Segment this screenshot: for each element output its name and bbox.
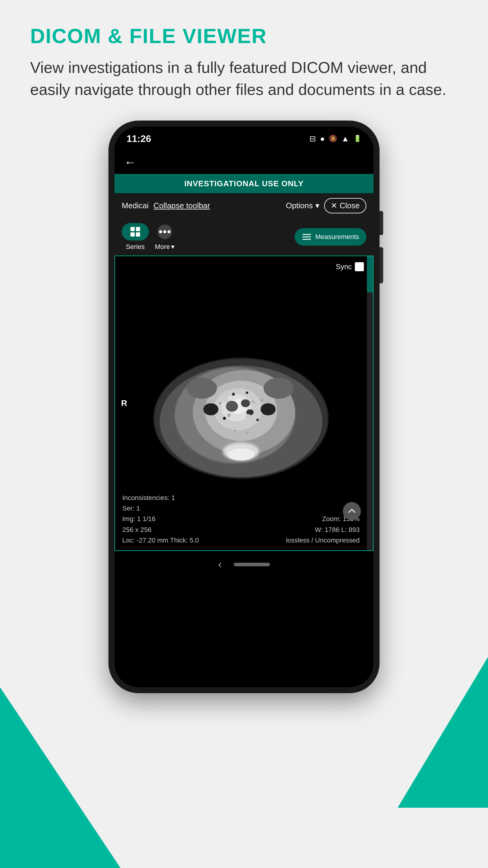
info-loc: Loc: -27.20 mm Thick: 5.0 [122, 535, 199, 546]
svg-rect-1 [136, 227, 140, 231]
more-arrow-icon: ▾ [171, 243, 174, 251]
info-inconsistencies: Inconsistencies: 1 [122, 493, 360, 503]
info-compression: lossless / Uncompressed [286, 535, 360, 546]
svg-point-27 [227, 448, 255, 461]
svg-rect-2 [130, 232, 135, 237]
info-size: 256 x 256 [122, 524, 152, 535]
mri-scan-svg [141, 304, 340, 503]
more-tool-button[interactable]: More ▾ [155, 223, 174, 251]
investigational-banner: INVESTIGATIONAL USE ONLY [115, 174, 373, 193]
svg-point-7 [167, 230, 170, 233]
back-row: ← [115, 151, 373, 174]
svg-point-39 [247, 433, 248, 434]
nav-home-indicator[interactable] [234, 563, 270, 566]
info-img-row: Img: 1 1/16 Zoom: 153% [122, 514, 360, 524]
svg-point-23 [251, 400, 255, 404]
options-button[interactable]: Options ▾ [286, 201, 319, 210]
info-series: Ser: 1 [122, 503, 360, 514]
svg-point-22 [224, 398, 228, 403]
phone-button-right2 [380, 247, 383, 283]
svg-rect-3 [136, 232, 140, 237]
wifi-icon: ▲ [341, 134, 349, 144]
toolbar-right: Options ▾ ✕ Close [286, 198, 366, 213]
svg-point-31 [261, 403, 275, 415]
toolbar-row: Medicai Collapse toolbar Options ▾ ✕ Clo… [115, 193, 373, 218]
svg-point-34 [223, 417, 226, 420]
medicai-label: Medicai [122, 201, 149, 210]
svg-point-29 [264, 378, 294, 399]
tools-row: Series More ▾ [115, 218, 373, 255]
measurements-icon [302, 232, 312, 242]
teal-decoration-right [398, 657, 488, 808]
bell-mute-icon: 🔕 [329, 135, 337, 143]
info-loc-row: Loc: -27.20 mm Thick: 5.0 lossless / Unc… [122, 535, 360, 546]
svg-point-5 [159, 230, 162, 233]
svg-point-36 [219, 402, 221, 404]
page-title: DICOM & FILE VIEWER [30, 24, 458, 48]
back-button[interactable]: ← [124, 156, 136, 169]
close-x-icon: ✕ [331, 201, 337, 210]
svg-point-28 [187, 378, 217, 399]
toolbar-left: Medicai Collapse toolbar [122, 201, 210, 210]
sim-icon: ⊟ [310, 134, 316, 144]
series-icon-bg [122, 223, 149, 241]
phone-body: 11:26 ⊟ ● 🔕 ▲ 🔋 ← INVESTIGATIONAL USE ON… [108, 121, 380, 693]
svg-point-24 [227, 413, 231, 417]
close-button[interactable]: ✕ Close [324, 198, 366, 213]
measurements-button[interactable]: Measurements [295, 228, 366, 246]
svg-point-35 [256, 418, 259, 421]
bottom-nav: ‹ [115, 551, 373, 578]
info-size-row: 256 x 256 W: 1786 L: 893 [122, 524, 360, 535]
more-icon-bg [156, 223, 173, 241]
viewer-area[interactable]: Sync R [115, 255, 373, 551]
more-label: More [155, 243, 170, 251]
series-label: Series [126, 243, 144, 251]
teal-decoration-left [0, 687, 121, 868]
info-overlay: Inconsistencies: 1 Ser: 1 Img: 1 1/16 Zo… [115, 488, 367, 550]
svg-point-20 [241, 399, 250, 407]
scrollbar-thumb [367, 256, 373, 292]
scroll-up-button[interactable] [343, 502, 361, 520]
phone-screen: 11:26 ⊟ ● 🔕 ▲ 🔋 ← INVESTIGATIONAL USE ON… [115, 127, 373, 687]
investigational-text: INVESTIGATIONAL USE ONLY [184, 179, 304, 188]
viewer-scrollbar[interactable] [367, 256, 373, 550]
svg-point-30 [203, 403, 218, 415]
status-time: 11:26 [127, 133, 151, 144]
page-description: View investigations in a fully featured … [30, 57, 458, 101]
grid-icon [130, 226, 141, 237]
svg-point-38 [234, 430, 235, 431]
circle-icon: ● [320, 134, 325, 144]
phone-mockup: 11:26 ⊟ ● 🔕 ▲ 🔋 ← INVESTIGATIONAL USE ON… [108, 121, 380, 693]
status-icons-group: ⊟ ● 🔕 ▲ 🔋 [310, 134, 361, 144]
options-dropdown-icon: ▾ [315, 201, 319, 210]
info-window: W: 1786 L: 893 [315, 524, 360, 535]
status-bar: 11:26 ⊟ ● 🔕 ▲ 🔋 [115, 127, 373, 151]
svg-point-19 [226, 401, 238, 412]
series-tool-button[interactable]: Series [122, 223, 149, 251]
phone-button-right [380, 211, 383, 235]
info-img: Img: 1 1/16 [122, 514, 156, 524]
collapse-toolbar-button[interactable]: Collapse toolbar [154, 201, 210, 210]
svg-point-25 [246, 414, 251, 420]
more-dots-icon [157, 224, 173, 240]
options-label: Options [286, 201, 313, 210]
battery-icon: 🔋 [353, 135, 361, 143]
svg-point-6 [163, 230, 166, 233]
measurements-label: Measurements [315, 233, 359, 241]
nav-back-button[interactable]: ‹ [218, 558, 222, 571]
close-label: Close [340, 201, 360, 210]
svg-point-32 [232, 393, 235, 396]
svg-point-33 [246, 392, 248, 394]
header-area: DICOM & FILE VIEWER View investigations … [30, 24, 458, 101]
chevron-up-icon [347, 506, 357, 516]
svg-rect-0 [130, 227, 135, 231]
svg-point-37 [261, 399, 263, 401]
